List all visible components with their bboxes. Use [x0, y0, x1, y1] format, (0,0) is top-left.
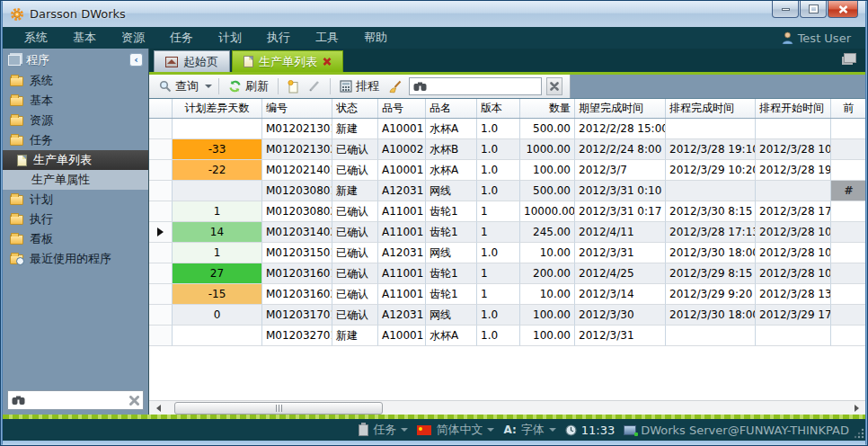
edit-button[interactable] — [306, 78, 323, 94]
cell-extra: # — [831, 181, 865, 201]
close-button[interactable] — [828, 1, 858, 18]
scrollbar-thumb[interactable] — [174, 402, 383, 415]
cell-expected: 2012/2/24 8:00 — [575, 139, 666, 160]
new-document-icon — [288, 80, 299, 94]
sidebar-item-计划[interactable]: 计划 — [3, 190, 148, 210]
cell-qty: 200.00 — [520, 263, 575, 284]
table-row[interactable]: 0M012031701已确认A12031网线1.0100.002012/3/30… — [149, 305, 865, 326]
toolbar-search-input[interactable] — [430, 79, 537, 94]
sidebar-item-label: 看板 — [30, 231, 53, 247]
column-header-item_no[interactable]: 品号 — [378, 99, 426, 118]
query-button[interactable]: 查询 — [156, 76, 201, 96]
query-dropdown-caret-icon[interactable] — [205, 85, 212, 88]
user-icon — [782, 31, 793, 44]
new-button[interactable] — [285, 78, 302, 95]
cell-no: M012021401 — [262, 160, 332, 181]
sidebar-item-最近使用的程序[interactable]: 最近使用的程序 — [3, 249, 148, 269]
tab-start-page[interactable]: 起始页 — [154, 50, 230, 72]
table-row[interactable]: M012030801新建A12031网线1.0500.002012/3/31 0… — [149, 181, 865, 201]
cell-diff — [173, 326, 262, 346]
sidebar-item-执行[interactable]: 执行 — [3, 210, 148, 229]
window-title: Darsson DWorks — [30, 7, 126, 21]
table-row[interactable]: M012021301新建A10001水杯A1.0500.002012/2/28 … — [149, 119, 865, 139]
cell-status: 新建 — [332, 326, 378, 346]
table-row[interactable]: 1M012030802已确认A11001齿轮1110000.002012/3/3… — [149, 201, 865, 222]
cell-expected: 2012/2/28 15:00 — [575, 119, 666, 139]
table-row[interactable]: -15M012031602已确认A11001齿轮1110.002012/3/14… — [149, 284, 865, 305]
column-header-expected[interactable]: 期望完成时间 — [575, 99, 666, 118]
cell-no: M012031701 — [262, 305, 332, 326]
cell-diff: -22 — [173, 160, 262, 181]
column-header-sched_start[interactable]: 排程开始时间 — [756, 99, 831, 118]
table-row[interactable]: 27M012031601已确认A11001齿轮11200.002012/4/25… — [149, 263, 865, 284]
maximize-button[interactable] — [800, 1, 827, 18]
sidebar-item-label: 系统 — [30, 73, 53, 89]
menu-item-计划[interactable]: 计划 — [206, 30, 254, 46]
menu-item-工具[interactable]: 工具 — [303, 30, 351, 46]
column-header-status[interactable]: 状态 — [332, 99, 378, 118]
cell-item_name: 网线 — [426, 181, 477, 201]
binoculars-icon — [413, 82, 427, 92]
menu-bar: 系统基本资源任务计划执行工具帮助 Test User — [3, 27, 865, 49]
folder-icon — [10, 116, 23, 126]
status-clock: 11:33 — [565, 424, 615, 437]
user-box[interactable]: Test User — [782, 31, 856, 45]
table-row[interactable]: -33M012021302已确认A10002水杯B1.01000.002012/… — [149, 139, 865, 160]
column-header-item_name[interactable]: 品名 — [426, 99, 477, 118]
cell-no: M012031501 — [262, 243, 332, 263]
scroll-left-button[interactable] — [151, 402, 165, 415]
menu-item-基本[interactable]: 基本 — [60, 30, 109, 46]
status-font-dropdown[interactable]: A: 字体 — [503, 422, 555, 438]
menu-item-帮助[interactable]: 帮助 — [351, 30, 400, 46]
schedule-button[interactable]: 排程 — [337, 76, 382, 96]
sidebar-item-生产单属性[interactable]: 生产单属性 — [3, 170, 148, 190]
menu-item-执行[interactable]: 执行 — [254, 30, 303, 46]
minimize-button[interactable] — [772, 1, 799, 18]
sidebar-item-任务[interactable]: 任务 — [3, 130, 148, 150]
clean-button[interactable] — [385, 78, 405, 95]
sidebar-search-input[interactable] — [25, 393, 129, 407]
table-row[interactable]: -22M012021401已确认A10001水杯A1.0100.002012/3… — [149, 160, 865, 181]
scroll-left-icon — [156, 405, 161, 412]
scroll-right-button[interactable] — [849, 402, 864, 415]
sidebar-collapse-button[interactable]: ‹ — [129, 53, 143, 67]
sidebar-item-label: 基本 — [30, 93, 53, 109]
close-icon — [838, 5, 848, 13]
column-header-version[interactable]: 版本 — [477, 99, 520, 118]
sidebar-item-看板[interactable]: 看板 — [3, 229, 148, 249]
status-language-dropdown[interactable]: 简体中文 — [417, 422, 494, 438]
home-icon — [165, 57, 178, 67]
column-header-no[interactable]: 编号 — [262, 99, 332, 118]
window-list-icon[interactable] — [844, 53, 856, 63]
cell-item_no: A12031 — [378, 243, 426, 263]
status-task-dropdown[interactable]: 任务 — [359, 422, 408, 438]
refresh-button[interactable]: 刷新 — [226, 76, 271, 96]
cell-extra — [831, 139, 865, 160]
toolbar-search-clear-button[interactable] — [546, 77, 562, 95]
sidebar-item-生产单列表[interactable]: 生产单列表 — [3, 150, 148, 170]
cell-item_name: 水杯A — [426, 326, 477, 346]
menu-item-任务[interactable]: 任务 — [157, 30, 206, 46]
menu-item-系统[interactable]: 系统 — [12, 30, 60, 46]
sidebar-search-clear-icon[interactable] — [129, 396, 139, 406]
column-header-extra[interactable]: 前 — [831, 99, 865, 118]
column-header-diff[interactable]: 计划差异天数 — [173, 99, 262, 118]
sidebar-item-资源[interactable]: 资源 — [3, 111, 148, 130]
table-row[interactable]: M012032701新建A10001水杯A1.0100.002012/3/31 — [149, 326, 865, 346]
menu-item-资源[interactable]: 资源 — [109, 30, 157, 46]
tab-label: 起始页 — [183, 54, 218, 70]
column-header-qty[interactable]: 数量 — [520, 99, 575, 118]
column-header-sched_finish[interactable]: 排程完成时间 — [666, 99, 756, 118]
row-indicator-cell — [149, 243, 173, 263]
sidebar-item-系统[interactable]: 系统 — [3, 71, 148, 91]
sidebar-item-基本[interactable]: 基本 — [3, 91, 148, 111]
status-bar: 任务 简体中文 A: 字体 11:33 DWorks Server@FUNWAY… — [3, 419, 865, 441]
tab-close-button[interactable] — [323, 58, 332, 66]
tab-production-order-list[interactable]: 生产单列表 — [232, 50, 343, 72]
scrollbar-track[interactable] — [165, 402, 849, 415]
table-row[interactable]: 14M012031402已确认A11001齿轮11245.002012/4/11… — [149, 222, 865, 243]
toolbar-search-box — [409, 77, 542, 95]
cell-qty: 10000.00 — [520, 201, 575, 222]
row-indicator-cell — [149, 139, 173, 160]
table-row[interactable]: 1M012031501已确认A12031网线1.010.002012/3/312… — [149, 243, 865, 263]
